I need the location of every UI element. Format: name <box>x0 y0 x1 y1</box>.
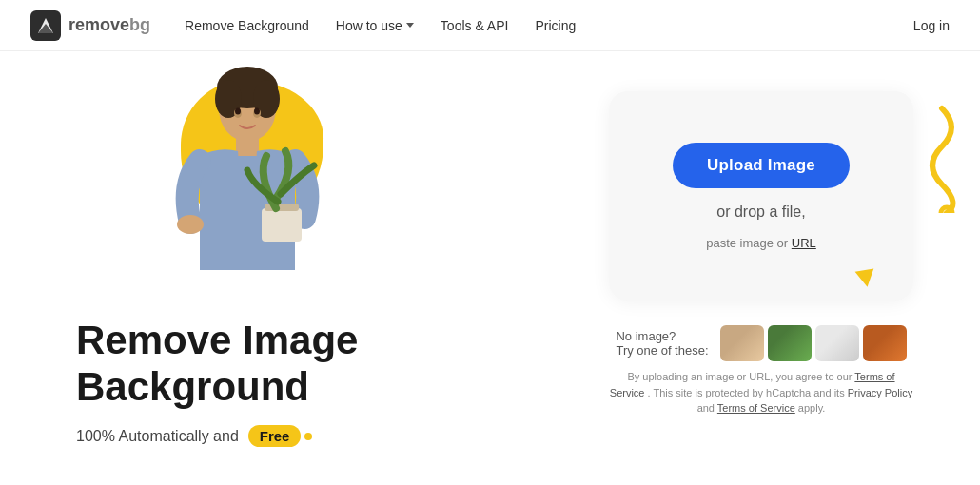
url-link[interactable]: URL <box>792 236 816 250</box>
sample-thumb-person[interactable] <box>720 325 764 361</box>
triangle-decoration <box>855 268 877 288</box>
chevron-down-icon <box>406 23 414 28</box>
svg-rect-7 <box>236 137 259 156</box>
svg-rect-10 <box>262 208 302 242</box>
drop-text: or drop a file, <box>716 204 805 221</box>
hero-image-area <box>152 61 362 280</box>
nav-links: Remove Background How to use Tools & API… <box>185 18 913 33</box>
sample-thumbs <box>720 325 907 361</box>
squiggle-decoration <box>885 99 961 213</box>
logo-text: removebg <box>69 15 150 35</box>
sample-images-row: No image? Try one of these: <box>616 325 906 361</box>
svg-point-9 <box>177 215 204 234</box>
free-badge: Free <box>248 425 302 447</box>
svg-point-14 <box>235 108 241 115</box>
right-section: Upload Image or drop a file, paste image… <box>542 51 980 485</box>
main-content: Remove Image Background 100% Automatical… <box>0 51 980 485</box>
nav-how-to-use[interactable]: How to use <box>336 18 414 33</box>
sample-label: No image? Try one of these: <box>616 329 708 358</box>
hero-title: Remove Image Background <box>76 318 542 410</box>
privacy-link[interactable]: Privacy Policy <box>848 387 912 398</box>
left-section: Remove Image Background 100% Automatical… <box>0 51 542 485</box>
login-button[interactable]: Log in <box>913 18 950 33</box>
disclaimer-text: By uploading an image or URL, you agree … <box>609 369 913 417</box>
terms-link-2[interactable]: Terms of Service <box>717 402 795 414</box>
sample-thumb-product[interactable] <box>863 325 907 361</box>
nav-remove-background[interactable]: Remove Background <box>185 18 309 33</box>
logo-icon <box>30 10 61 41</box>
sample-thumb-car[interactable] <box>815 325 859 361</box>
nav-right: Log in <box>913 17 950 34</box>
navbar: removebg Remove Background How to use To… <box>0 0 980 51</box>
sample-thumb-nature[interactable] <box>768 325 812 361</box>
hero-person-image <box>171 61 323 270</box>
nav-pricing[interactable]: Pricing <box>535 18 576 33</box>
nav-tools-api[interactable]: Tools & API <box>441 18 509 33</box>
logo[interactable]: removebg <box>30 10 150 41</box>
paste-text: paste image or URL <box>706 236 816 250</box>
svg-point-15 <box>254 108 260 115</box>
hero-text: Remove Image Background 100% Automatical… <box>76 318 542 447</box>
upload-image-button[interactable]: Upload Image <box>673 143 850 188</box>
hero-subtitle: 100% Automatically and Free <box>76 425 542 447</box>
